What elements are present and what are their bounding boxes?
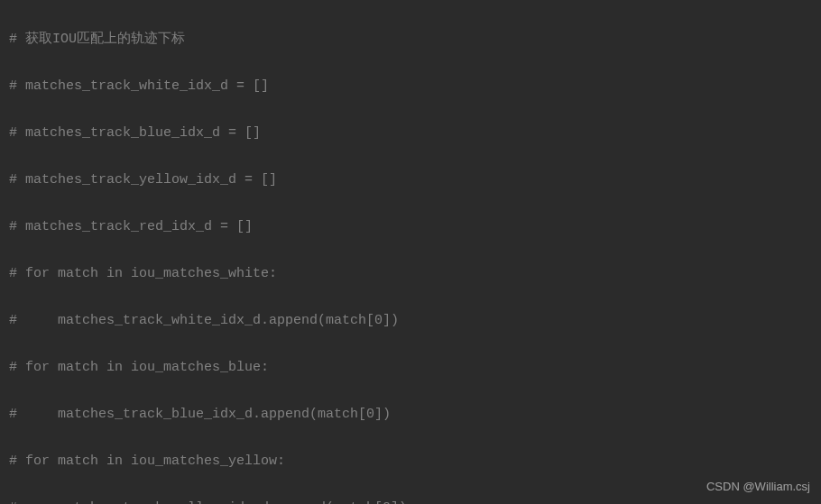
- code-editor[interactable]: # 获取IOU匹配上的轨迹下标 # matches_track_white_id…: [9, 5, 812, 504]
- comment-line: # matches_track_white_idx_d = []: [9, 78, 269, 94]
- comment-line: # matches_track_yellow_idx_d.append(matc…: [9, 500, 407, 504]
- comment-line: # matches_track_blue_idx_d.append(match[…: [9, 407, 391, 422]
- comment-line: # matches_track_white_idx_d.append(match…: [9, 313, 399, 328]
- comment-line: # 获取IOU匹配上的轨迹下标: [9, 32, 185, 47]
- watermark-text: CSDN @William.csj: [706, 475, 810, 499]
- comment-line: # for match in iou_matches_blue:: [9, 360, 269, 375]
- comment-line: # matches_track_red_idx_d = []: [9, 219, 253, 234]
- comment-line: # for match in iou_matches_yellow:: [9, 454, 285, 469]
- comment-line: # matches_track_blue_idx_d = []: [9, 125, 261, 141]
- comment-line: # for match in iou_matches_white:: [9, 266, 277, 281]
- comment-line: # matches_track_yellow_idx_d = []: [9, 172, 277, 188]
